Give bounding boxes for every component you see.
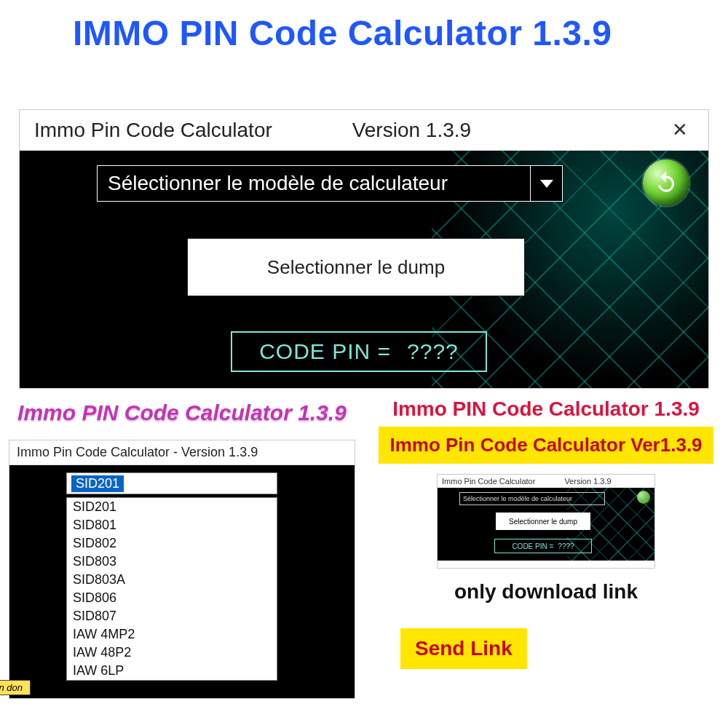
list-item[interactable]: SID807 [67, 607, 277, 625]
thumb-refresh-icon [637, 491, 650, 504]
select-dump-button[interactable]: Selectionner le dump [187, 238, 525, 296]
thumb-body: Sélectionner le modèle de calculateur Se… [438, 488, 654, 561]
refresh-icon [652, 169, 680, 197]
window-titlebar: Immo Pin Code Calculator Version 1.3.9 ✕ [20, 110, 708, 151]
pin-value: ???? [407, 339, 459, 364]
thumb-titlebar: Immo Pin Code Calculator Version 1.3.9 [438, 475, 654, 488]
version-banner: Immo Pin Code Calculator Ver1.3.9 [379, 427, 713, 464]
list-item[interactable]: SID803A [67, 571, 277, 589]
list-item[interactable]: SID803 [67, 553, 277, 571]
list-item[interactable]: SID806 [67, 589, 277, 607]
bottom-left-panel: Immo PIN Code Calculator 1.3.9 Immo Pin … [0, 393, 364, 728]
br-heading: Immo PIN Code Calculator 1.3.9 [364, 397, 728, 421]
send-link-button[interactable]: Send Link [400, 628, 527, 669]
list-item[interactable]: SID201 [67, 498, 277, 516]
list-item[interactable]: SID802 [67, 534, 277, 553]
refresh-button[interactable] [643, 159, 689, 206]
model-options-list[interactable]: SID201 SID801 SID802 SID803 SID803A SID8… [66, 497, 277, 681]
bl-window: Immo Pin Code Calculator - Version 1.3.9… [9, 440, 355, 699]
donate-button[interactable]: Faire un don [0, 680, 31, 695]
page-title: IMMO PIN Code Calculator 1.3.9 [73, 13, 612, 53]
main-app-window: Immo Pin Code Calculator Version 1.3.9 ✕… [19, 109, 709, 389]
window-title-left: Immo Pin Code Calculator [34, 119, 272, 142]
pin-output: CODE PIN = ???? [231, 331, 487, 372]
thumb-title-left: Immo Pin Code Calculator [442, 477, 535, 486]
model-select[interactable]: Sélectionner le modèle de calculateur [97, 165, 563, 202]
download-note: only download link [364, 580, 728, 604]
model-select-value: SID201 [71, 475, 124, 492]
window-title-version: Version 1.3.9 [352, 119, 471, 142]
select-dump-label: Selectionner le dump [267, 256, 445, 279]
close-button[interactable]: ✕ [663, 114, 697, 147]
thumb-model-select: Sélectionner le modèle de calculateur [459, 492, 605, 505]
list-item[interactable]: SID801 [67, 516, 277, 534]
model-select-small[interactable]: SID201 [66, 472, 277, 494]
chevron-down-icon [530, 166, 562, 201]
thumb-dump-button: Selectionner le dump [496, 513, 590, 530]
app-body: Sélectionner le modèle de calculateur Se… [20, 151, 708, 388]
model-select-label: Sélectionner le modèle de calculateur [108, 172, 448, 195]
close-icon: ✕ [672, 119, 688, 141]
bl-titlebar: Immo Pin Code Calculator - Version 1.3.9 [9, 440, 355, 465]
bl-heading: Immo PIN Code Calculator 1.3.9 [0, 400, 364, 425]
list-item[interactable]: IAW 48P2 [67, 644, 277, 662]
thumb-pin-output: CODE PIN = ???? [494, 539, 592, 553]
pin-label: CODE PIN = [259, 339, 391, 364]
list-item[interactable]: IAW 4MP2 [67, 625, 277, 644]
bottom-right-panel: Immo PIN Code Calculator 1.3.9 Immo Pin … [364, 393, 728, 728]
bl-body: SID201 SID201 SID801 SID802 SID803 SID80… [9, 465, 355, 698]
thumb-title-version: Version 1.3.9 [564, 477, 611, 486]
app-thumbnail: Immo Pin Code Calculator Version 1.3.9 S… [437, 474, 655, 569]
list-item[interactable]: IAW 6LP [67, 662, 277, 680]
thumb-pin-value: ???? [558, 542, 574, 550]
thumb-pin-label: CODE PIN = [512, 542, 553, 550]
